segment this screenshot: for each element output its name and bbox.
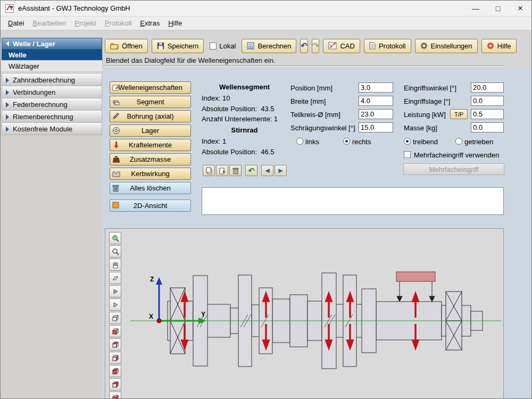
- maximize-button[interactable]: □: [487, 1, 509, 16]
- message-area: [202, 187, 504, 215]
- power-label: Leistung [kW]: [404, 111, 446, 119]
- view-cube-iso2-button[interactable]: [109, 392, 121, 399]
- pressure-angle-input[interactable]: [471, 82, 504, 93]
- trash-small-icon: [232, 167, 239, 174]
- view-cube-side-button[interactable]: [109, 352, 121, 364]
- cad-button[interactable]: CAD: [323, 39, 360, 53]
- additional-mass-button[interactable]: Zusatzmasse: [110, 153, 191, 165]
- radio-treibend[interactable]: [404, 138, 411, 145]
- zoom-in-button[interactable]: [109, 232, 121, 244]
- protocol-button[interactable]: Protokoll: [364, 39, 411, 53]
- width-input[interactable]: [359, 96, 393, 106]
- shaft-drawing-canvas[interactable]: Z Y X: [122, 229, 503, 399]
- drawing-panel[interactable]: Z Y X: [105, 228, 504, 399]
- help-button[interactable]: Hilfe: [481, 39, 517, 53]
- shaft-properties-button[interactable]: Welleneigenschaften: [110, 81, 191, 94]
- torque-power-toggle-button[interactable]: T/P: [450, 109, 468, 119]
- view-cube-top-button[interactable]: [109, 338, 121, 351]
- calculate-button[interactable]: Berechnen: [242, 39, 296, 53]
- pitch-diameter-input[interactable]: [359, 109, 393, 119]
- pan-button[interactable]: [109, 259, 121, 271]
- previous-element-button[interactable]: ◀: [261, 165, 273, 176]
- helix-angle-input[interactable]: [359, 122, 393, 132]
- menu-bearbeiten[interactable]: Bearbeiten: [28, 18, 70, 29]
- position-input[interactable]: [359, 82, 393, 93]
- section-plane-button[interactable]: [109, 272, 121, 284]
- axial-bore-button[interactable]: Bohrung (axial): [110, 110, 191, 122]
- menu-protokoll[interactable]: Protokoll: [101, 18, 136, 29]
- settings-button[interactable]: Einstellungen: [415, 39, 478, 53]
- mass-input[interactable]: [471, 122, 504, 132]
- sidebar-item-waelzlager[interactable]: Wälzlager: [2, 61, 102, 72]
- radio-getrieben[interactable]: [455, 138, 462, 145]
- multi-engagement-checkbox[interactable]: [404, 151, 411, 158]
- minimize-button[interactable]: —: [464, 1, 487, 16]
- iso-view-button[interactable]: [109, 312, 121, 324]
- paste-element-button[interactable]: [216, 165, 228, 176]
- settings-label: Einstellungen: [431, 42, 472, 50]
- sidebar-section-federberechnung[interactable]: Federberechnung: [2, 98, 102, 111]
- weight-icon: [112, 155, 120, 163]
- bearing-button[interactable]: Lager: [110, 124, 191, 137]
- segment-block-icon: [112, 98, 120, 106]
- local-checkbox[interactable]: [210, 43, 217, 49]
- close-button[interactable]: ×: [509, 1, 531, 16]
- redo-button[interactable]: ↷: [312, 39, 320, 53]
- cad-drawing-icon: [328, 42, 337, 49]
- next-element-button[interactable]: ▶: [275, 165, 287, 176]
- sidebar-section-kostenfreie-module[interactable]: Kostenfreie Module: [2, 123, 102, 135]
- power-input[interactable]: [471, 109, 504, 119]
- previous-view-button[interactable]: [109, 285, 121, 297]
- sidebar-section-verbindungen[interactable]: Verbindungen: [2, 86, 102, 98]
- local-label: Lokal: [219, 42, 236, 50]
- sidebar-section-zahnradberechnung[interactable]: Zahnradberechnung: [2, 74, 102, 86]
- axial-bore-label: Bohrung (axial): [127, 112, 173, 120]
- menu-hilfe[interactable]: Hilfe: [164, 18, 186, 29]
- contact-position-input[interactable]: [471, 96, 504, 106]
- sidebar-section-label: Riemenberechnung: [13, 113, 73, 121]
- view-cube-front-button[interactable]: [109, 325, 121, 337]
- previous-icon: ◀: [265, 167, 269, 174]
- undo-button[interactable]: ↶: [300, 39, 308, 53]
- next-icon: ▶: [278, 167, 282, 174]
- y-axis-label: Y: [201, 311, 205, 318]
- force-elements-button[interactable]: Kraftelemente: [110, 139, 191, 151]
- radio-rechts[interactable]: [343, 138, 350, 145]
- red-cube-icon: [112, 381, 119, 388]
- app-window: eAssistant - GWJ Technology GmbH — □ × D…: [0, 0, 532, 399]
- contact-position-label: Eingriffslage [°]: [404, 97, 450, 105]
- view-cube-back-button[interactable]: [109, 365, 121, 377]
- notch-effect-button[interactable]: Kerbwirkung: [110, 168, 191, 180]
- red-cube-icon: [112, 354, 119, 362]
- view-2d-button[interactable]: 2D-Ansicht: [110, 200, 191, 212]
- copy-element-button[interactable]: [203, 165, 215, 176]
- force-arrow-icon: [112, 141, 120, 149]
- open-label: Öffnen: [122, 42, 143, 50]
- additional-mass-label: Zusatzmasse: [130, 155, 171, 163]
- x-axis-label: X: [149, 313, 153, 320]
- radio-links[interactable]: [296, 138, 303, 145]
- menu-extras[interactable]: Extras: [136, 18, 164, 29]
- save-button[interactable]: Speichern: [152, 39, 204, 53]
- delete-all-button[interactable]: Alles löschen: [110, 182, 191, 194]
- red-cube-icon: [112, 328, 119, 335]
- delete-element-button[interactable]: [229, 165, 242, 176]
- segment-sub-elements: Anzahl Unterelemente: 1: [202, 115, 278, 123]
- open-button[interactable]: Öffnen: [105, 39, 148, 53]
- view-cube-bottom-button[interactable]: [109, 378, 121, 390]
- zoom-window-button[interactable]: [109, 245, 121, 257]
- gear-absolute-position: Absolute Position: 46.5: [202, 148, 275, 156]
- sidebar-header-welle-lager[interactable]: Welle / Lager: [2, 38, 102, 49]
- sidebar-section-riemenberechnung[interactable]: Riemenberechnung: [2, 111, 102, 123]
- collapsed-triangle-icon: [6, 114, 9, 120]
- sidebar-section-label: Zahnradberechnung: [13, 76, 75, 84]
- bearing-label: Lager: [142, 127, 159, 135]
- calculator-icon: [247, 42, 254, 49]
- menu-datei[interactable]: Datei: [4, 18, 28, 29]
- next-view-button[interactable]: [109, 298, 121, 311]
- arrow-right-icon: [112, 288, 119, 295]
- menu-projekt[interactable]: Projekt: [70, 18, 100, 29]
- segment-button[interactable]: Segment: [110, 96, 191, 108]
- sidebar-item-welle[interactable]: Welle: [2, 49, 102, 61]
- undo-element-button[interactable]: ↶: [245, 165, 257, 176]
